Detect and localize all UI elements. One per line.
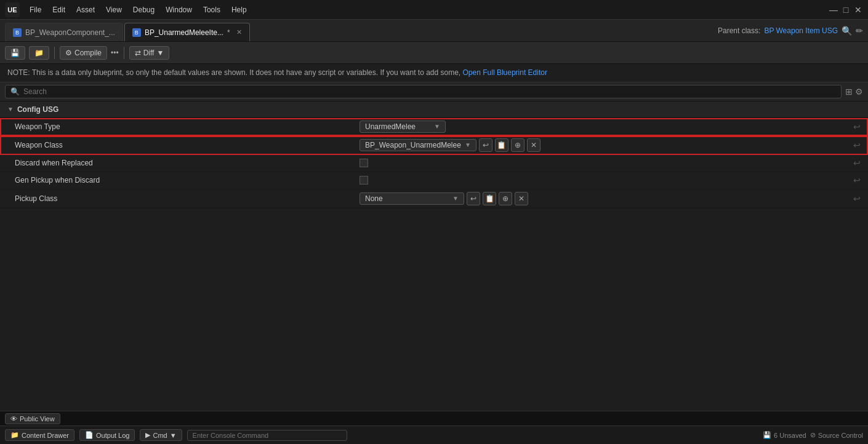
compile-button[interactable]: ⚙ Compile xyxy=(60,46,107,60)
weapon-class-add-button[interactable]: ⊕ xyxy=(511,138,524,152)
property-row-discard-when-replaced: Discard when Replaced ↩ xyxy=(0,155,868,172)
search-bar: 🔍 ⊞ ⚙ xyxy=(0,82,868,101)
output-log-label: Output Log xyxy=(96,432,129,439)
compile-label: Compile xyxy=(74,49,102,57)
gen-pickup-reset-button[interactable]: ↩ xyxy=(853,175,861,185)
tabs: B BP_WeaponComponent_... B BP_UnarmedMel… xyxy=(5,20,250,41)
weapon-class-asset-ref: BP_Weapon_UnarmedMelee ▼ ↩ 📋 ⊕ ✕ xyxy=(360,138,540,152)
diff-icon: ⇄ xyxy=(135,49,141,57)
diff-button[interactable]: ⇄ Diff ▼ xyxy=(129,46,170,60)
menu-window[interactable]: Window xyxy=(161,4,197,15)
weapon-class-value: BP_Weapon_UnarmedMelee ▼ ↩ 📋 ⊕ ✕ xyxy=(360,138,853,152)
console-input[interactable] xyxy=(187,430,347,441)
tab-bp-weapon-component[interactable]: B BP_WeaponComponent_... xyxy=(5,23,123,41)
unsaved-button[interactable]: 💾 6 Unsaved xyxy=(763,431,806,439)
tab-close-button[interactable]: ✕ xyxy=(236,28,242,36)
output-log-icon: 📄 xyxy=(85,431,94,439)
public-view-button[interactable]: 👁 Public View xyxy=(5,413,60,424)
compile-icon: ⚙ xyxy=(65,49,72,57)
weapon-class-label: Weapon Class xyxy=(15,141,360,149)
menu-tools[interactable]: Tools xyxy=(198,4,225,15)
output-log-button[interactable]: 📄 Output Log xyxy=(79,429,135,441)
cmd-label: Cmd xyxy=(153,432,167,439)
weapon-type-dropdown[interactable]: UnarmedMelee ▼ xyxy=(360,121,446,133)
weapon-class-browse-button[interactable]: ↩ xyxy=(479,138,492,152)
discard-when-replaced-reset-button[interactable]: ↩ xyxy=(853,158,861,168)
compile-more-button[interactable]: ••• xyxy=(111,49,119,57)
tab-bp-unarmed-melee[interactable]: B BP_UnarmedMeleeIte... * ✕ xyxy=(124,23,250,41)
ue-logo-icon: UE xyxy=(5,2,20,17)
toolbar-separator xyxy=(54,47,55,59)
source-control-button[interactable]: ⊘ Source Control xyxy=(810,431,863,439)
pickup-class-dropdown[interactable]: None ▼ xyxy=(360,192,464,205)
edit-icon[interactable]: ✏ xyxy=(856,26,863,36)
settings-view-button[interactable]: ⚙ xyxy=(855,87,863,97)
tab-icon-1: B xyxy=(13,28,22,37)
search-icon[interactable]: 🔍 xyxy=(842,26,852,36)
view-icons: ⊞ ⚙ xyxy=(845,87,863,97)
weapon-class-dropdown[interactable]: BP_Weapon_UnarmedMelee ▼ xyxy=(360,139,476,151)
weapon-type-value: UnarmedMelee ▼ xyxy=(360,121,853,133)
menu-bar: File Edit Asset View Debug Window Tools … xyxy=(25,4,252,15)
pickup-class-label: Pickup Class xyxy=(15,194,360,203)
grid-view-button[interactable]: ⊞ xyxy=(845,87,853,97)
menu-debug[interactable]: Debug xyxy=(128,4,159,15)
content-drawer-button[interactable]: 📁 Content Drawer xyxy=(5,429,74,441)
pickup-class-clear-button[interactable]: ✕ xyxy=(515,192,528,205)
close-button[interactable]: ✕ xyxy=(853,5,863,15)
weapon-class-reset-button[interactable]: ↩ xyxy=(853,140,861,150)
title-bar: UE File Edit Asset View Debug Window Too… xyxy=(0,0,868,20)
parent-class-link[interactable]: BP Weapon Item USG xyxy=(764,26,838,35)
diff-label: Diff xyxy=(143,49,155,57)
find-in-cb-icon: 📋 xyxy=(497,141,506,149)
maximize-button[interactable]: □ xyxy=(841,5,851,15)
weapon-type-value-text: UnarmedMelee xyxy=(365,122,416,131)
cmd-arrow-icon: ▼ xyxy=(170,432,177,439)
pickup-class-asset-ref: None ▼ ↩ 📋 ⊕ ✕ xyxy=(360,192,528,205)
note-banner: NOTE: This is a data only blueprint, so … xyxy=(0,64,868,82)
weapon-class-clear-button[interactable]: ✕ xyxy=(527,138,540,152)
window-controls: — □ ✕ xyxy=(829,5,863,15)
weapon-type-reset-button[interactable]: ↩ xyxy=(853,122,861,132)
menu-file[interactable]: File xyxy=(25,4,46,15)
source-control-icon: ⊘ xyxy=(810,431,816,439)
pickup-class-reset-button[interactable]: ↩ xyxy=(853,194,861,204)
section-arrow-icon: ▼ xyxy=(7,106,14,113)
menu-help[interactable]: Help xyxy=(227,4,252,15)
content-drawer-label: Content Drawer xyxy=(22,432,69,439)
section-config-usg[interactable]: ▼ Config USG xyxy=(0,101,868,118)
menu-view[interactable]: View xyxy=(101,4,127,15)
weapon-class-find-in-cb-button[interactable]: 📋 xyxy=(495,138,508,152)
property-row-pickup-class: Pickup Class None ▼ ↩ 📋 ⊕ ✕ ↩ xyxy=(0,189,868,208)
parent-class-info: Parent class: BP Weapon Item USG 🔍 ✏ xyxy=(718,26,863,36)
toolbar-separator-2 xyxy=(124,47,124,59)
source-control-label: Source Control xyxy=(818,432,863,439)
discard-when-replaced-label: Discard when Replaced xyxy=(15,159,360,167)
pickup-class-value: None ▼ ↩ 📋 ⊕ ✕ xyxy=(360,192,853,205)
unsaved-label: 6 Unsaved xyxy=(774,432,806,439)
minimize-button[interactable]: — xyxy=(829,5,838,15)
save-button[interactable]: 💾 xyxy=(5,46,25,60)
open-full-blueprint-link[interactable]: Open Full Blueprint Editor xyxy=(463,68,547,77)
parent-class-label: Parent class: xyxy=(718,26,760,35)
content-drawer-icon: 📁 xyxy=(10,431,19,439)
unsaved-icon: 💾 xyxy=(763,431,771,439)
tab-label-1: BP_WeaponComponent_... xyxy=(25,28,115,37)
search-input[interactable] xyxy=(23,87,836,96)
pickup-class-find-in-cb-button[interactable]: 📋 xyxy=(483,192,496,205)
note-text: NOTE: This is a data only blueprint, so … xyxy=(7,68,460,77)
menu-edit[interactable]: Edit xyxy=(47,4,70,15)
section-label: Config USG xyxy=(17,105,58,114)
menu-asset[interactable]: Asset xyxy=(71,4,100,15)
search-icon: 🔍 xyxy=(10,87,20,96)
browse-button[interactable]: 📁 xyxy=(29,46,49,60)
cmd-button[interactable]: ▶ Cmd ▼ xyxy=(140,429,182,441)
main-content: ▼ Config USG Weapon Type UnarmedMelee ▼ … xyxy=(0,101,868,411)
pickup-class-browse-button[interactable]: ↩ xyxy=(467,192,480,205)
discard-when-replaced-checkbox[interactable] xyxy=(360,159,368,167)
pickup-class-add-button[interactable]: ⊕ xyxy=(499,192,512,205)
discard-when-replaced-value xyxy=(360,159,853,167)
tab-bar: B BP_WeaponComponent_... B BP_UnarmedMel… xyxy=(0,20,868,42)
gen-pickup-checkbox[interactable] xyxy=(360,176,368,184)
cmd-icon: ▶ xyxy=(145,431,150,439)
